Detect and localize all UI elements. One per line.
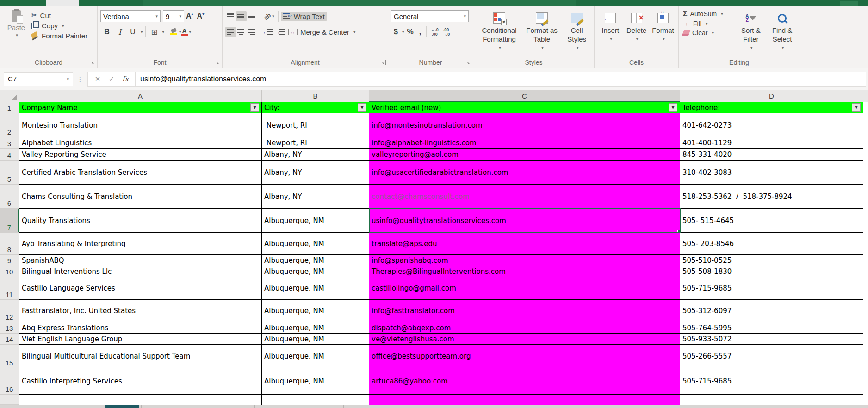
merge-center-dropdown-arrow[interactable]: ▾ — [353, 30, 356, 34]
increase-indent-button[interactable] — [274, 27, 286, 37]
cell-row10-email[interactable]: Therapies@BilingualInterventions.com — [369, 266, 680, 277]
accounting-format-button[interactable]: $ — [391, 28, 401, 36]
header-cell-phone[interactable]: Telephone:▼ — [680, 102, 863, 113]
cell-row7-email[interactable]: usinfo@qualitytranslationservices.com — [369, 209, 680, 233]
autosum-dropdown-arrow[interactable]: ▾ — [721, 12, 723, 16]
cell-row6-email[interactable]: contact@chamsconsult.com — [369, 185, 680, 209]
row-header-10[interactable]: 10 — [0, 266, 19, 277]
formula-bar-splitter[interactable]: ⋮ — [77, 75, 84, 83]
cell-row9-city[interactable]: Albuquerque, NM — [262, 255, 369, 266]
underline-button[interactable]: U — [126, 27, 139, 37]
cell-row9-company[interactable]: SpanishABQ — [19, 255, 262, 266]
row-header-15[interactable]: 15 — [0, 345, 19, 368]
fill-button[interactable]: ↓ Fill ▾ — [682, 19, 735, 28]
header-cell-company[interactable]: Company Name▼ — [19, 102, 262, 113]
delete-cells-button[interactable]: Delete▾ — [623, 9, 649, 58]
cell-row15-email[interactable]: office@bestsupportteam.org — [369, 345, 680, 368]
cell-row10-city[interactable]: Albuquerque, NM — [262, 266, 369, 277]
filter-dropdown-icon-phone[interactable]: ▼ — [852, 103, 861, 112]
clear-button[interactable]: Clear ▾ — [682, 29, 735, 37]
cell-row9-phone[interactable]: 505-510-0525 — [680, 255, 863, 266]
cell-row16-city[interactable]: Albuquerque, NM — [262, 368, 369, 395]
cell-row3-email[interactable]: info@alphabet-linguistics.com — [369, 137, 680, 149]
filter-dropdown-icon-city[interactable]: ▼ — [358, 103, 366, 112]
clipboard-dialog-launcher-icon[interactable] — [90, 60, 95, 65]
merge-center-button[interactable]: ↔ Merge & Center ▾ — [286, 27, 357, 37]
align-middle-button[interactable] — [236, 11, 247, 21]
column-header-D[interactable]: D — [680, 90, 863, 102]
cell-row13-email[interactable]: dispatch@abqexp.com — [369, 322, 680, 334]
cell-row14-phone[interactable]: 505-933-5072 — [680, 334, 863, 345]
sheet-tab-strip[interactable] — [0, 405, 868, 408]
paste-button[interactable]: Paste ▾ — [3, 9, 30, 58]
format-cells-button[interactable]: Format▾ — [650, 9, 676, 58]
number-dialog-launcher-icon[interactable] — [466, 60, 471, 65]
percent-style-button[interactable]: % — [404, 28, 416, 36]
copy-dropdown-arrow[interactable]: ▾ — [62, 24, 64, 28]
number-format-combo[interactable]: General ▾ — [391, 10, 469, 22]
italic-button[interactable]: I — [113, 27, 126, 37]
fill-dropdown-arrow[interactable]: ▾ — [706, 21, 708, 26]
borders-icon[interactable]: ⊞ — [148, 28, 161, 37]
cell-row11-company[interactable]: Castillo Language Services — [19, 277, 262, 300]
cell-row3-phone[interactable]: 401-400-1129 — [680, 137, 863, 149]
alignment-dialog-launcher-icon[interactable] — [381, 60, 386, 65]
cell-row15-company[interactable]: Bilingual Multicultural Educational Supp… — [19, 345, 262, 368]
number-format-dropdown-arrow[interactable]: ▾ — [464, 14, 466, 19]
cell-row8-email[interactable]: translate@aps.edu — [369, 233, 680, 255]
cell-row4-company[interactable]: Valley Reporting Service — [19, 149, 262, 161]
cell-row4-city[interactable]: Albany, NY — [262, 149, 369, 161]
cell-row14-email[interactable]: ve@vietenglishusa.com — [369, 334, 680, 345]
font-name-dropdown-arrow[interactable]: ▾ — [155, 14, 158, 19]
paste-dropdown-arrow[interactable]: ▾ — [16, 33, 18, 37]
cell-row14-company[interactable]: Viet English Language Group — [19, 334, 262, 345]
select-all-corner[interactable] — [0, 90, 19, 102]
format-as-table-button[interactable]: Format as Table▾ — [522, 9, 561, 58]
comma-style-button[interactable]: , — [416, 28, 424, 36]
row-header-17[interactable] — [0, 395, 19, 405]
cell-row16-company[interactable]: Castillo Interpreting Services — [19, 368, 262, 395]
cell-row6-phone[interactable]: 518-253-5362 / 518-375-8924 — [680, 185, 863, 209]
cell-row5-company[interactable]: Certified Arabic Translation Services — [19, 161, 262, 185]
align-left-button[interactable] — [225, 27, 236, 37]
cell-row6-city[interactable]: Albany, NY — [262, 185, 369, 209]
decrease-indent-button[interactable] — [262, 27, 274, 37]
font-color-dropdown-arrow[interactable]: ▾ — [189, 30, 192, 34]
row-header-9[interactable]: 9 — [0, 255, 19, 266]
row-header-16[interactable]: 16 — [0, 368, 19, 395]
enter-icon[interactable]: ✓ — [105, 75, 118, 83]
cell-row7-city[interactable]: Albuquerque, NM — [262, 209, 369, 233]
row-header-7[interactable]: 7 — [0, 209, 19, 233]
increase-decimal-button[interactable]: ←.0 .00 — [429, 27, 440, 37]
cell-row3-company[interactable]: Alphabet Linguistics — [19, 137, 262, 149]
header-cell-city[interactable]: City:▼ — [262, 102, 369, 113]
cell-row2-email[interactable]: info@montesinotranslation.com — [369, 113, 680, 137]
cell-row8-phone[interactable]: 505- 203-8546 — [680, 233, 863, 255]
name-box-dropdown-arrow[interactable]: ▾ — [67, 77, 69, 81]
filter-dropdown-icon-email[interactable]: ▼ — [669, 103, 677, 112]
cell-row17-company[interactable] — [19, 395, 262, 405]
cell-row6-company[interactable]: Chams Consulting & Translation — [19, 185, 262, 209]
row-header-12[interactable]: 12 — [0, 300, 19, 322]
cell-row13-company[interactable]: Abq Express Translations — [19, 322, 262, 334]
cell-row4-email[interactable]: valleyreporting@aol.com — [369, 149, 680, 161]
cell-row7-phone[interactable]: 505- 515-4645 — [680, 209, 863, 233]
cell-row11-email[interactable]: castillolingo@gmail.com — [369, 277, 680, 300]
cell-row16-email[interactable]: artuca86@yahoo.com — [369, 368, 680, 395]
cell-row5-phone[interactable]: 310-402-3083 — [680, 161, 863, 185]
cell-row11-phone[interactable]: 505-715-9685 — [680, 277, 863, 300]
cell-row13-phone[interactable]: 505-764-5995 — [680, 322, 863, 334]
wrap-text-button[interactable]: Wrap Text — [281, 12, 327, 21]
decrease-decimal-button[interactable]: .00 →.0 — [440, 27, 452, 37]
conditional-formatting-button[interactable]: Conditional Formatting▾ — [476, 9, 522, 58]
row-header-11[interactable]: 11 — [0, 277, 19, 300]
filter-dropdown-icon-company[interactable]: ▼ — [250, 103, 259, 112]
autosum-button[interactable]: Σ AutoSum ▾ — [682, 9, 735, 19]
cell-row17-phone[interactable] — [680, 395, 863, 405]
row-header-3[interactable]: 3 — [0, 137, 19, 149]
column-header-A[interactable]: A — [19, 90, 262, 102]
row-header-4[interactable]: 4 — [0, 149, 19, 161]
row-header-1[interactable]: 1 — [0, 102, 19, 113]
cell-row4-phone[interactable]: 845-331-4020 — [680, 149, 863, 161]
formula-input[interactable]: usinfo@qualitytranslationservices.com — [136, 72, 866, 87]
